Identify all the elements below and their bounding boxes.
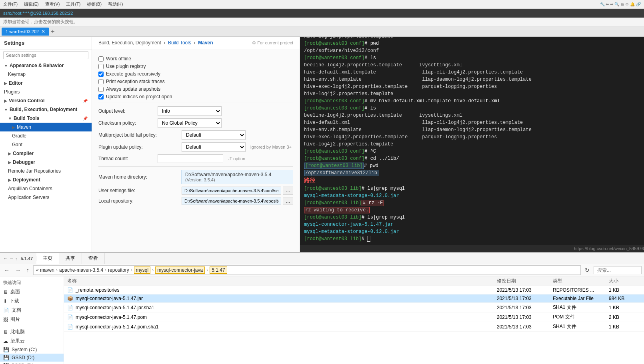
thread-count-label: Thread count: [98,156,154,161]
update-indices-label[interactable]: Update indices on project open [106,94,172,99]
pc-icon: 🖥 [3,329,8,335]
print-exceptions-label[interactable]: Print exception stack traces [106,79,165,84]
sidebar-item-gradle[interactable]: Gradle [0,131,92,140]
menu-tags[interactable]: 标签(B) [87,1,102,7]
arrow-right-icon[interactable]: → [9,256,14,261]
sidebar-item-remote-jar[interactable]: Remote Jar Repositories [0,167,92,175]
fe-sidebar-pssd-e[interactable]: 💾 PSSD (E:) [0,362,64,364]
thread-count-input[interactable] [158,154,223,163]
table-row[interactable]: 📄 mysql-connector-java-5.1.47.pom.sha1 2… [64,322,644,332]
table-row[interactable]: 📄 mysql-connector-java-5.1.47.jar.sha1 2… [64,303,644,312]
always-update-checkbox[interactable] [98,87,104,92]
sidebar-item-maven[interactable]: ▶ Maven [0,123,92,131]
maven-home-value-box[interactable]: D:/Software/maven/apache-maven-3.5.4 (Ve… [182,170,293,184]
output-level-select[interactable]: Info Debug Quiet [158,106,222,116]
fe-sidebar-downloads[interactable]: ⬇ 下载 [0,296,64,306]
fe-forward-btn[interactable]: → [14,266,22,274]
arrow-up-icon[interactable]: ↑ [15,256,18,261]
work-offline-checkbox[interactable] [98,56,104,62]
fe-sidebar-pictures[interactable]: 🖼 图片 [0,315,64,324]
sidebar-item-app-servers[interactable]: Application Servers [0,193,92,202]
arrow-icon: ▼ [8,116,12,121]
fe-up-btn[interactable]: ↑ [25,266,31,274]
arrow-left-icon[interactable]: ← [3,256,8,261]
local-repo-input[interactable] [182,197,281,205]
multiproject-policy-select[interactable]: Default At End Never [182,130,246,140]
menu-edit[interactable]: 编辑(E) [24,1,39,7]
table-row[interactable]: 📄 _remote.repositories 2021/5/13 17:03 R… [64,286,644,294]
sidebar-item-keymap[interactable]: Keymap [0,70,92,79]
fe-addr-mysql: mysql [134,267,150,274]
fe-tab-view[interactable]: 查看 [82,253,105,264]
sidebar-item-version-control[interactable]: ▶ Version Control 📌 [0,96,92,105]
plugin-registry-label[interactable]: Use plugin registry [106,64,146,69]
add-session-text: 添加当前会话，点击左侧的箭头按钮。 [3,19,78,25]
sidebar-item-deployment[interactable]: ▶ Deployment [0,175,92,184]
fe-address-bar[interactable]: « maven › apache-maven-3.5.4 › repositor… [33,265,581,275]
fe-sidebar-item-label: 此电脑 [10,328,25,335]
menu-tools[interactable]: 工具(T) [66,1,80,7]
sidebar-item-build-tools[interactable]: ▼ Build Tools 📌 [0,114,92,123]
fe-tab-share[interactable]: 共享 [59,253,82,264]
fe-sidebar-jiguoyun[interactable]: ☁ 坚果云 [0,336,64,346]
menu-view[interactable]: 查看(V) [45,1,60,7]
fe-sidebar-system-c[interactable]: 💾 System (C:) [0,346,64,354]
menu-file[interactable]: 文件(F) [3,1,18,7]
sidebar-item-compiler[interactable]: ▶ Compiler [0,149,92,158]
user-settings-file-row: … [182,187,293,195]
plugin-registry-checkbox[interactable] [98,64,104,69]
terminal-line: [root@wantest03 lib]# rz -E [304,199,644,207]
fe-content: 快速访问 🖥 桌面 ⬇ 下载 📄 文档 🖼 图片 [0,276,644,364]
fe-sidebar-thispc[interactable]: 🖥 此电脑 [0,327,64,336]
settings-search-input[interactable] [3,51,88,59]
work-offline-label[interactable]: Work offline [106,56,131,62]
fe-tab-home[interactable]: 主页 [36,253,59,264]
fe-refresh-btn[interactable]: ↻ [583,266,591,274]
multiproject-policy-label: Multiproject build fail policy: [98,132,178,138]
sidebar-item-arquillian[interactable]: Arquillian Containers [0,184,92,193]
sidebar-item-editor[interactable]: ▶ Editor [0,79,92,88]
update-indices-checkbox[interactable] [98,94,104,99]
sidebar-item-debugger[interactable]: ▶ Debugger [0,158,92,167]
sidebar-item-plugins[interactable]: Plugins [0,88,92,96]
fe-addr-maven: « maven [36,267,54,273]
fe-search-input[interactable] [594,266,642,274]
pin-icon: 📌 [83,99,88,103]
terminal-line: beeline-log4j2.properties.template ivyse… [304,62,644,69]
ssh-bar: ssh://root:****@192.168.158.202:22 [0,9,644,18]
sidebar-item-appearance[interactable]: ▼ Appearance & Behavior [0,61,92,70]
fe-sidebar-gssd-d[interactable]: 💾 GSSD (D:) [0,354,64,362]
terminal-content[interactable]: [root@wantest03 software]# mv apache-hiv… [300,37,644,245]
execute-goals-label[interactable]: Execute goals recursively [106,71,160,77]
always-update-label[interactable]: Always update snapshots [106,86,160,92]
terminal-tab-add[interactable]: + [51,28,54,35]
execute-goals-checkbox[interactable] [98,72,104,77]
fe-back-btn[interactable]: ← [2,266,11,274]
terminal-tab-1[interactable]: 1 wanTest03.202 ✕ [2,28,49,36]
menu-help[interactable]: 帮助(H) [108,1,123,7]
arrow-icon: ▶ [4,81,7,86]
file-size: 1 KB [609,324,641,330]
print-exceptions-checkbox[interactable] [98,79,104,84]
terminal-line: [root@wantest03 lib]# ls|grep mysql [304,185,644,192]
terminal-tab-close[interactable]: ✕ [41,29,45,34]
sidebar-item-gant[interactable]: Gant [0,140,92,149]
plugin-update-policy-select[interactable]: Default Always Never [182,142,246,152]
fe-sidebar-item-label: 桌面 [10,288,20,295]
fe-sidebar-docs[interactable]: 📄 文档 [0,306,64,315]
terminal-line: 路径 [304,177,644,185]
add-session-bar: 添加当前会话，点击左侧的箭头按钮。 [0,18,644,26]
user-settings-input[interactable] [182,187,281,195]
arrow-icon: ▶ [8,151,11,156]
terminal-line: /opt/software/hive312/conf [304,47,644,54]
checkbox-always-update: Always update snapshots [98,86,293,92]
table-row[interactable]: 📦 mysql-connector-java-5.1.47.jar 2021/5… [64,294,644,303]
file-name: mysql-connector-java-5.1.47.pom.sha1 [76,324,158,330]
fe-sidebar-desktop[interactable]: 🖥 桌面 [0,287,64,296]
user-settings-browse-btn[interactable]: … [283,187,293,195]
local-repo-browse-btn[interactable]: … [283,197,293,205]
sidebar-item-build-execution[interactable]: ▼ Build, Execution, Deployment [0,105,92,114]
table-row[interactable]: 📄 mysql-connector-java-5.1.47.pom 2021/5… [64,312,644,322]
user-settings-label: User settings file: [98,188,178,193]
checksum-policy-select[interactable]: No Global Policy Strict Lax [158,118,222,128]
